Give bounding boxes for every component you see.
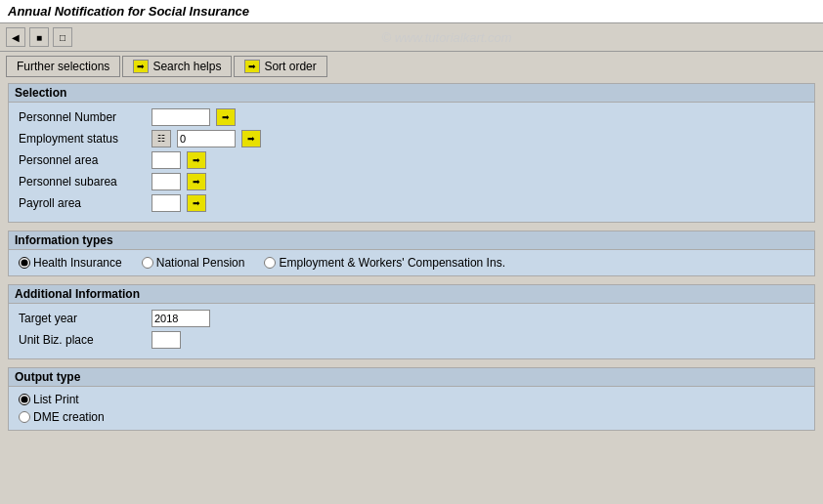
tab-search-helps[interactable]: ➡ Search helps xyxy=(122,56,232,77)
payroll-area-arrow[interactable]: ➡ xyxy=(187,194,206,212)
personnel-number-row: Personnel Number ➡ xyxy=(19,108,804,126)
tab-search-helps-arrow: ➡ xyxy=(133,60,149,73)
target-year-label: Target year xyxy=(19,312,146,325)
dme-creation-label: DME creation xyxy=(33,410,105,424)
target-year-input[interactable] xyxy=(152,310,210,327)
employment-status-multi-btn[interactable]: ☷ xyxy=(152,130,171,147)
national-pension-option[interactable]: National Pension xyxy=(142,256,245,270)
unit-biz-place-row: Unit Biz. place xyxy=(19,331,804,349)
output-type-header: Output type xyxy=(9,368,814,387)
tab-sort-order[interactable]: ➡ Sort order xyxy=(234,56,326,77)
selection-body: Personnel Number ➡ Employment status ☷ ➡… xyxy=(9,103,814,222)
employment-status-arrow[interactable]: ➡ xyxy=(241,130,261,147)
payroll-area-label: Payroll area xyxy=(19,196,146,210)
national-pension-label: National Pension xyxy=(156,256,245,270)
back-icon[interactable]: ◀ xyxy=(6,27,25,47)
tab-sort-order-arrow: ➡ xyxy=(244,60,260,73)
health-insurance-option[interactable]: Health Insurance xyxy=(19,256,122,270)
page-title: Annual Notification for Social Insurance xyxy=(8,4,249,19)
additional-info-body: Target year Unit Biz. place xyxy=(9,304,814,358)
watermark: © www.tutorialkart.com xyxy=(76,30,817,45)
find-icon[interactable]: □ xyxy=(53,27,72,47)
toolbar: ◀ ■ □ © www.tutorialkart.com xyxy=(0,23,823,52)
personnel-number-arrow[interactable]: ➡ xyxy=(216,108,236,126)
employment-workers-radio[interactable] xyxy=(264,257,276,269)
selection-header: Selection xyxy=(9,84,814,103)
tab-further-selections-label: Further selections xyxy=(17,60,109,73)
personnel-subarea-arrow[interactable]: ➡ xyxy=(187,173,206,190)
employment-workers-label: Employment & Workers' Compensation Ins. xyxy=(279,256,505,270)
unit-biz-place-input[interactable] xyxy=(152,331,181,349)
additional-info-header: Additional Information xyxy=(9,285,814,304)
health-insurance-label: Health Insurance xyxy=(33,256,122,270)
personnel-number-input[interactable] xyxy=(152,108,210,126)
list-print-radio[interactable] xyxy=(19,394,30,405)
employment-status-label: Employment status xyxy=(19,132,146,146)
personnel-subarea-label: Personnel subarea xyxy=(19,175,146,189)
tab-sort-order-label: Sort order xyxy=(264,60,316,73)
payroll-area-input[interactable] xyxy=(152,194,181,212)
additional-info-section: Additional Information Target year Unit … xyxy=(8,284,815,359)
list-print-option[interactable]: List Print xyxy=(19,393,804,406)
tab-search-helps-label: Search helps xyxy=(152,60,221,73)
personnel-subarea-input[interactable] xyxy=(152,173,181,190)
output-type-section: Output type List Print DME creation xyxy=(8,367,815,431)
selection-section: Selection Personnel Number ➡ Employment … xyxy=(8,83,815,223)
tab-further-selections[interactable]: Further selections xyxy=(6,56,120,77)
list-print-label: List Print xyxy=(33,393,79,406)
national-pension-radio[interactable] xyxy=(142,257,153,269)
tabs-bar: Further selections ➡ Search helps ➡ Sort… xyxy=(0,52,823,77)
personnel-area-input[interactable] xyxy=(152,151,181,169)
payroll-area-row: Payroll area ➡ xyxy=(19,194,804,212)
employment-status-row: Employment status ☷ ➡ xyxy=(19,130,804,147)
personnel-area-label: Personnel area xyxy=(19,153,146,167)
information-types-header: Information types xyxy=(9,231,814,250)
employment-status-input[interactable] xyxy=(177,130,236,147)
information-types-body: Health Insurance National Pension Employ… xyxy=(9,250,814,275)
dme-creation-radio[interactable] xyxy=(19,411,30,423)
main-content: Selection Personnel Number ➡ Employment … xyxy=(0,77,823,444)
personnel-area-row: Personnel area ➡ xyxy=(19,151,804,169)
employment-workers-option[interactable]: Employment & Workers' Compensation Ins. xyxy=(264,256,505,270)
target-year-row: Target year xyxy=(19,310,804,327)
save-icon[interactable]: ■ xyxy=(29,27,49,47)
personnel-subarea-row: Personnel subarea ➡ xyxy=(19,173,804,190)
personnel-number-label: Personnel Number xyxy=(19,110,146,124)
title-bar: Annual Notification for Social Insurance xyxy=(0,0,823,23)
personnel-area-arrow[interactable]: ➡ xyxy=(187,151,206,169)
dme-creation-option[interactable]: DME creation xyxy=(19,410,804,424)
information-types-section: Information types Health Insurance Natio… xyxy=(8,231,815,276)
output-type-body: List Print DME creation xyxy=(9,387,814,430)
unit-biz-place-label: Unit Biz. place xyxy=(19,333,146,347)
health-insurance-radio[interactable] xyxy=(19,257,30,269)
